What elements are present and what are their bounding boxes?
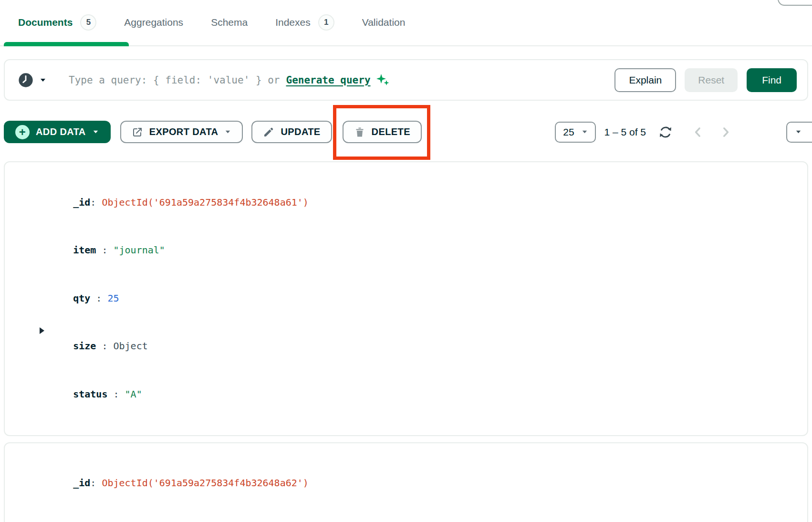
field-separator: : <box>90 477 102 489</box>
refresh-icon <box>658 125 673 139</box>
query-placeholder-text: Type a query: { field: 'value' } or <box>69 74 280 86</box>
document-field-row[interactable]: item : "notebook" <box>50 507 807 522</box>
field-separator: : <box>107 388 125 400</box>
query-history-button[interactable] <box>18 73 47 88</box>
sparkles-icon <box>375 73 390 87</box>
results-range-label: 1 – 5 of 5 <box>604 126 646 138</box>
field-value: Object <box>113 340 147 352</box>
collection-tab[interactable]: Aggregations <box>124 17 183 28</box>
export-data-label: EXPORT DATA <box>149 126 219 137</box>
delete-button[interactable]: DELETE <box>343 121 422 143</box>
document-field-row[interactable]: size : Object <box>50 323 807 371</box>
compass-documents-view: { "colors": { "brand_green": "#00684A", … <box>0 0 812 522</box>
collection-tab-bar: Documents 5 Aggregations Schema Indexes … <box>0 0 812 46</box>
field-separator: : <box>96 340 113 352</box>
field-key: qty <box>73 292 90 304</box>
document-field-row[interactable]: qty : 25 <box>50 274 807 323</box>
export-icon <box>132 126 143 138</box>
collection-tab[interactable]: Schema <box>211 17 248 28</box>
caret-down-icon <box>92 128 99 136</box>
documents-toolbar: + ADD DATA EXPORT DATA UPDATE DELETE <box>4 121 808 143</box>
update-button[interactable]: UPDATE <box>251 121 332 143</box>
add-data-label: ADD DATA <box>36 126 86 137</box>
tab-label: Indexes <box>275 17 311 28</box>
document-field-row[interactable]: status : "A" <box>50 370 807 418</box>
field-value: 25 <box>107 292 119 304</box>
delete-label: DELETE <box>372 126 410 137</box>
page-size-value: 25 <box>563 126 574 138</box>
active-tab-indicator <box>4 42 129 46</box>
refresh-button[interactable] <box>658 125 673 139</box>
document-card: _id: ObjectId('691a59a275834f4b32648a61'… <box>4 161 808 436</box>
view-type-dropdown[interactable] <box>786 122 812 143</box>
field-value: ObjectId('691a59a275834f4b32648a61') <box>102 197 308 208</box>
tab-count-badge: 1 <box>318 14 334 31</box>
tab-count-badge: 5 <box>80 14 96 31</box>
update-label: UPDATE <box>281 126 320 137</box>
chevron-right-icon <box>718 125 733 139</box>
field-key: item <box>73 244 96 256</box>
field-value: ObjectId('691a59a275834f4b32648a62') <box>102 477 308 489</box>
page-size-select[interactable]: 25 <box>555 122 596 143</box>
document-fields: _id: ObjectId('691a59a275834f4b32648a61'… <box>50 178 807 418</box>
expand-arrow-icon[interactable] <box>40 327 44 334</box>
query-bar[interactable]: Type a query: { field: 'value' } or Gene… <box>4 59 808 101</box>
tab-label: Aggregations <box>124 17 183 28</box>
tab-label: Schema <box>211 17 248 28</box>
field-separator: : <box>90 197 102 208</box>
query-input-placeholder[interactable]: Type a query: { field: 'value' } or Gene… <box>69 73 390 87</box>
document-field-row[interactable]: item : "journal" <box>50 227 807 275</box>
export-data-button[interactable]: EXPORT DATA <box>120 121 243 143</box>
explain-button[interactable]: Explain <box>614 68 676 92</box>
document-field-row[interactable]: _id: ObjectId('691a59a275834f4b32648a62'… <box>50 459 807 508</box>
pencil-icon <box>263 126 274 138</box>
caret-down-icon <box>224 128 231 136</box>
field-key: _id <box>73 477 90 489</box>
document-card: _id: ObjectId('691a59a275834f4b32648a62'… <box>4 442 808 522</box>
tab-label: Validation <box>362 17 406 28</box>
reset-button[interactable]: Reset <box>685 68 738 92</box>
document-field-row[interactable]: _id: ObjectId('691a59a275834f4b32648a61'… <box>50 178 807 227</box>
plus-icon: + <box>15 125 30 139</box>
pagination-controls: 25 1 – 5 of 5 <box>555 122 808 143</box>
generate-query-link[interactable]: Generate query <box>286 74 371 86</box>
documents-list: _id: ObjectId('691a59a275834f4b32648a61'… <box>4 161 808 522</box>
collection-tab[interactable]: Validation <box>362 17 406 28</box>
field-key: _id <box>73 197 90 208</box>
find-button[interactable]: Find <box>747 68 797 92</box>
field-separator: : <box>96 244 113 256</box>
field-key: status <box>73 388 107 400</box>
document-fields: _id: ObjectId('691a59a275834f4b32648a62'… <box>50 459 807 522</box>
delete-button-wrap: DELETE <box>343 121 422 143</box>
field-value: "A" <box>125 388 142 400</box>
collection-tab[interactable]: Indexes 1 <box>275 14 334 31</box>
caret-down-icon <box>795 128 802 136</box>
field-key: size <box>73 340 96 352</box>
add-data-button[interactable]: + ADD DATA <box>4 121 111 143</box>
clock-icon <box>18 73 33 88</box>
field-value: "journal" <box>113 244 165 256</box>
caret-down-icon <box>39 76 47 84</box>
collection-tab[interactable]: Documents 5 <box>18 14 96 31</box>
trash-icon <box>354 126 365 138</box>
chevron-left-icon <box>691 125 705 139</box>
prev-page-button[interactable] <box>691 125 705 139</box>
next-page-button[interactable] <box>718 125 733 139</box>
field-separator: : <box>90 292 107 304</box>
caret-down-icon <box>581 128 588 136</box>
tab-bar-items: Documents 5 Aggregations Schema Indexes … <box>18 14 812 31</box>
tab-label: Documents <box>18 17 73 28</box>
